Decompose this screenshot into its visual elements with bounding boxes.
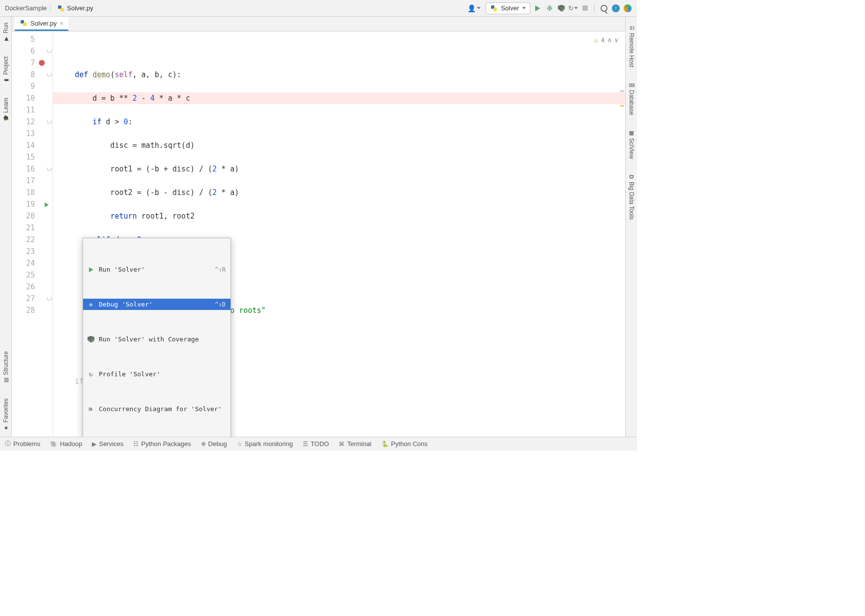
graduation-icon: 🎓 xyxy=(2,115,9,122)
coverage-button[interactable] xyxy=(557,4,566,13)
line-number: 25 xyxy=(12,269,53,281)
rail-sciview[interactable]: ▦SciView xyxy=(627,127,636,162)
code-line: disc = math.sqrt(d) xyxy=(57,140,625,151)
breadcrumb-file-label: Solver.py xyxy=(67,4,93,12)
play-icon xyxy=(87,266,95,274)
ctx-coverage[interactable]: Run 'Solver' with Coverage xyxy=(83,334,231,345)
ctx-debug[interactable]: ❉ Debug 'Solver' ^⇧D xyxy=(83,299,231,310)
debug-button[interactable]: ❉ xyxy=(545,4,554,13)
editor-tab-solver[interactable]: Solver.py × xyxy=(15,17,68,31)
bug-icon: ❉ xyxy=(87,301,95,308)
breadcrumb-file[interactable]: Solver.py xyxy=(57,4,93,12)
next-highlight-button[interactable]: ∨ xyxy=(614,34,618,46)
ide-tools-button[interactable] xyxy=(623,4,632,13)
terminal-icon: ⌘ xyxy=(339,441,345,448)
line-number: 9 xyxy=(12,81,53,92)
line-number: 13 xyxy=(12,128,53,140)
code-line: if d > 0: xyxy=(57,116,625,128)
line-number: 5 xyxy=(12,33,53,45)
bottom-debug[interactable]: ❉Debug xyxy=(201,440,227,448)
warning-count: 4 xyxy=(601,34,605,46)
bottom-problems[interactable]: ⓘProblems xyxy=(5,440,40,448)
stripe-mark[interactable] xyxy=(620,90,624,92)
code-line: d = b ** 2 - 4 * a * c xyxy=(53,92,625,104)
code-line: return root1, root2 xyxy=(57,210,625,222)
run-button[interactable] xyxy=(533,4,542,13)
context-menu: Run 'Solver' ^⇧R ❉ Debug 'Solver' ^⇧D Ru… xyxy=(83,238,231,437)
rail-learn[interactable]: 🎓Learn xyxy=(1,95,10,124)
bottom-python-console[interactable]: 🐍Python Cons xyxy=(381,440,428,448)
editor-tabs: Solver.py × xyxy=(12,17,625,31)
toolbar-divider xyxy=(594,3,595,13)
ctx-concurrency[interactable]: Concurrency Diagram for 'Solver' xyxy=(83,403,231,415)
code-content[interactable]: def demo(self, a, b, c): d = b ** 2 - 4 … xyxy=(53,31,625,437)
bottom-todo[interactable]: ☰TODO xyxy=(303,440,329,448)
right-tool-rail: ☰Remote Host 🗄Database ▦SciView DBig Dat… xyxy=(625,17,637,437)
run-config-label: Solver xyxy=(501,4,519,12)
star-icon: ★ xyxy=(2,425,9,430)
ctx-profile[interactable]: ↻ Profile 'Solver' xyxy=(83,368,231,380)
editor-area: Solver.py × 5 6 7 8 9 10 11 12 13 14 15 … xyxy=(12,17,625,437)
clock-icon: ↻ xyxy=(568,4,574,12)
line-number: 6 xyxy=(12,45,53,57)
clock-icon: ↻ xyxy=(87,370,95,378)
line-number: 18 xyxy=(12,187,53,198)
user-menu-button[interactable]: 👤 xyxy=(465,3,483,13)
code-line: def demo(self, a, b, c): xyxy=(57,69,625,81)
update-button[interactable]: ↑ xyxy=(611,4,620,13)
line-number: 16 xyxy=(12,163,53,175)
bottom-terminal[interactable]: ⌘Terminal xyxy=(339,440,371,448)
rail-remote-host[interactable]: ☰Remote Host xyxy=(627,22,636,70)
line-number: 22 xyxy=(12,234,53,246)
shield-play-icon xyxy=(87,336,95,343)
line-number: 27 xyxy=(12,293,53,305)
error-stripe[interactable] xyxy=(619,31,625,437)
navigation-bar: DockerSample 〉 Solver.py 👤 Solver ❉ ↻ ↑ xyxy=(0,0,637,17)
bottom-python-packages[interactable]: ☷Python Packages xyxy=(133,440,191,448)
bottom-services[interactable]: ▶Services xyxy=(92,440,123,448)
search-button[interactable] xyxy=(600,4,608,13)
rail-project[interactable]: ▮Project xyxy=(1,54,10,86)
code-editor[interactable]: 5 6 7 8 9 10 11 12 13 14 15 16 17 18 19 … xyxy=(12,31,625,437)
left-tool-rail: ▶Run ▮Project 🎓Learn ▤Structure ★Favorit… xyxy=(0,17,12,437)
rail-favorites[interactable]: ★Favorites xyxy=(1,395,10,434)
chevron-down-icon xyxy=(477,7,481,9)
run-configuration-selector[interactable]: Solver xyxy=(486,2,530,14)
rail-structure[interactable]: ▤Structure xyxy=(1,348,10,387)
prev-highlight-button[interactable]: ∧ xyxy=(607,34,611,46)
d-icon: D xyxy=(629,175,634,179)
list-icon: ☰ xyxy=(303,441,308,448)
breadcrumb-project[interactable]: DockerSample xyxy=(5,4,47,12)
profile-button[interactable]: ↻ xyxy=(569,4,577,13)
line-number: 28 xyxy=(12,305,53,316)
line-number-breakpoint[interactable]: 7 xyxy=(12,57,53,69)
rail-bigdata[interactable]: DBig Data Tools xyxy=(627,171,636,223)
bottom-spark[interactable]: ☆Spark monitoring xyxy=(237,440,293,448)
close-tab-button[interactable]: × xyxy=(59,20,63,27)
python-file-icon xyxy=(57,4,65,12)
inspections-widget[interactable]: ⚠ 4 ∧ ∨ xyxy=(594,34,618,46)
line-number: 26 xyxy=(12,281,53,293)
python-file-icon xyxy=(20,19,28,27)
tab-label: Solver.py xyxy=(30,20,57,27)
rail-database[interactable]: 🗄Database xyxy=(627,79,636,118)
stop-button[interactable] xyxy=(580,4,589,13)
breadcrumb-separator: 〉 xyxy=(49,4,55,13)
user-icon: 👤 xyxy=(467,4,476,12)
code-line xyxy=(57,45,625,57)
diagram-icon xyxy=(87,405,95,413)
code-line: root2 = (-b - disc) / (2 * a) xyxy=(57,187,625,198)
ctx-run[interactable]: Run 'Solver' ^⇧R xyxy=(83,264,231,275)
folder-icon: ▮ xyxy=(2,79,9,82)
rail-run[interactable]: ▶Run xyxy=(1,20,10,45)
line-number-run-gutter[interactable]: 19 xyxy=(12,198,53,210)
line-number: 23 xyxy=(12,246,53,257)
code-line: root1 = (-b + disc) / (2 * a) xyxy=(57,163,625,175)
packages-icon: ☷ xyxy=(133,441,139,448)
stripe-mark[interactable] xyxy=(620,105,624,107)
bug-icon: ❉ xyxy=(201,441,206,448)
bottom-tool-bar: ⓘProblems 🐘Hadoop ▶Services ☷Python Pack… xyxy=(0,437,637,450)
bottom-hadoop[interactable]: 🐘Hadoop xyxy=(50,440,83,448)
toolbar-right: 👤 Solver ❉ ↻ ↑ xyxy=(465,2,632,14)
gutter[interactable]: 5 6 7 8 9 10 11 12 13 14 15 16 17 18 19 … xyxy=(12,31,53,437)
